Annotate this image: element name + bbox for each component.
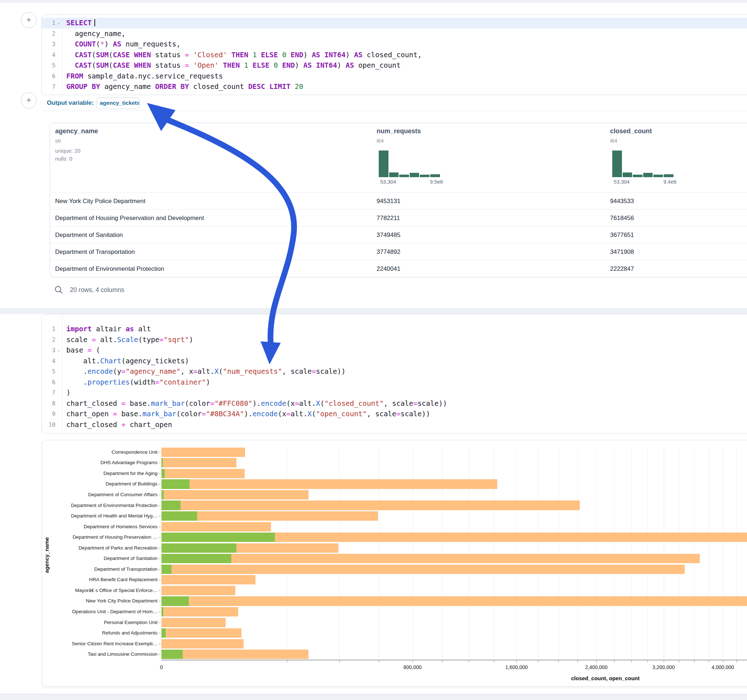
code-line[interactable]: 5 .encode(y="agency_name", x=alt.X("num_… (42, 366, 747, 377)
x-minor-tick (516, 661, 517, 662)
x-minor-tick (379, 661, 379, 662)
code-line[interactable]: 5 CAST(SUM(CASE WHEN status = 'Open' THE… (42, 60, 747, 71)
code-tokens: COUNT(*) AS num_requests, (66, 39, 180, 50)
bar-open-count (162, 490, 163, 499)
fold-chevron-icon[interactable]: ⌄ (57, 345, 60, 356)
code-line[interactable]: 3⌄base = ( (42, 345, 747, 356)
y-tick (159, 527, 161, 527)
table-cell: 7782211 (377, 210, 400, 226)
x-minor-tick (558, 661, 559, 662)
line-number: 6 (42, 377, 56, 388)
add-cell-button-top[interactable]: + (21, 12, 37, 28)
code-line[interactable]: 7) (42, 388, 747, 398)
y-tick (159, 474, 161, 474)
table-cell: Department of Transportation (55, 243, 135, 260)
column-stat: nulls: 0 (55, 155, 73, 162)
fold-chevron-icon[interactable]: ⌄ (57, 18, 60, 29)
code-line[interactable]: 10chart_closed + chart_open (42, 419, 747, 430)
code-line[interactable]: 7GROUP BY agency_name ORDER BY closed_co… (42, 81, 747, 92)
y-axis-label: Department of Sanitation (42, 556, 157, 561)
gridline (469, 447, 469, 660)
y-tick (159, 484, 161, 484)
bar-open-count (162, 650, 183, 659)
y-tick (159, 601, 161, 601)
bar-open-count (162, 564, 171, 574)
code-line[interactable]: 8chart_closed = base.mark_bar(color="#FF… (42, 398, 747, 409)
code-line[interactable]: 2 agency_name, (42, 29, 747, 39)
table-row[interactable]: Department of Transportation377489234719… (50, 243, 747, 260)
bar-open-count (162, 628, 166, 638)
x-minor-tick (469, 661, 469, 662)
search-icon[interactable] (54, 285, 64, 294)
sql-code-cell[interactable]: 1⌄SELECT2 agency_name,3 COUNT(*) AS num_… (41, 14, 747, 95)
line-number: 6 (42, 71, 56, 82)
table-row[interactable]: New York City Police Department945313194… (50, 192, 747, 210)
y-axis-label: Department of Parks and Recreation (42, 545, 157, 551)
y-tick (159, 452, 161, 453)
output-variable-pill[interactable]: agency_tickets (96, 98, 139, 109)
y-axis-label: New York City Police Department (42, 598, 157, 603)
bar-open-count (162, 469, 165, 478)
histogram-max-label: 9.4e6 (664, 179, 676, 185)
bar-open-count (162, 501, 180, 510)
gridline (614, 447, 614, 660)
gridline (494, 447, 494, 660)
line-number: 3 (42, 39, 56, 50)
code-line[interactable]: 4 CAST(SUM(CASE WHEN status = 'Closed' T… (42, 50, 747, 60)
bar-closed-count (162, 554, 700, 563)
bar-closed-count (162, 607, 238, 617)
column-header[interactable]: closed_count (610, 127, 652, 135)
table-row[interactable]: Department of Environmental Protection22… (50, 260, 747, 277)
code-tokens: base = ( (66, 345, 100, 356)
x-minor-tick (413, 661, 413, 662)
column-header[interactable]: agency_name (55, 127, 98, 135)
code-line[interactable]: 6 .properties(width="container") (42, 377, 747, 388)
bar-closed-count (162, 522, 271, 531)
chart-output-card: Correspondence UnitDHS Advantage Program… (42, 440, 747, 687)
x-minor-tick (339, 661, 339, 662)
gridline (413, 447, 413, 660)
gridline (516, 447, 517, 660)
y-axis-label: Department of Consumer Affairs (42, 492, 157, 497)
python-code-cell[interactable]: 1import altair as alt2scale = alt.Scale(… (41, 314, 747, 433)
table-cell: 3749485 (377, 226, 400, 243)
output-row-divider (41, 110, 747, 111)
line-number: 5 (42, 60, 56, 71)
y-axis-label: Mayorâ€ s Office of Special Enforce… (42, 588, 157, 593)
table-cell: 3471908 (610, 243, 634, 260)
table-row[interactable]: Department of Housing Preservation and D… (50, 209, 747, 226)
x-minor-tick (736, 661, 737, 662)
table-cell: Department of Environmental Protection (55, 260, 164, 277)
top-page-margin (0, 0, 747, 3)
code-line[interactable]: 1import altair as alt (42, 324, 747, 335)
code-line[interactable]: 2scale = alt.Scale(type="sqrt") (42, 335, 747, 345)
y-axis-label: Operations Unit - Department of Hom… (42, 609, 157, 614)
code-line[interactable]: 3 COUNT(*) AS num_requests, (42, 39, 747, 50)
text-cursor (94, 19, 95, 26)
bar-closed-count (162, 639, 243, 649)
x-minor-tick (614, 661, 614, 662)
code-line[interactable]: 6FROM sample_data.nyc.service_requests (42, 71, 747, 82)
table-cell: New York City Police Department (55, 193, 145, 210)
bar-closed-count (162, 469, 245, 478)
code-line[interactable]: 9chart_open = base.mark_bar(color="#8BC3… (42, 409, 747, 419)
bar-closed-count (162, 586, 235, 595)
add-cell-button-output[interactable]: + (21, 92, 37, 109)
histogram-min-label: 53,304 (614, 179, 629, 185)
gridline (664, 447, 664, 660)
bar-open-count (162, 596, 189, 606)
table-cell: 3677651 (610, 226, 634, 243)
y-tick (159, 548, 161, 548)
gridline (287, 447, 287, 660)
line-number: 3 (42, 345, 56, 356)
table-row[interactable]: Department of Sanitation37494853677651 (50, 226, 747, 243)
table-cell: Department of Sanitation (55, 226, 123, 243)
code-tokens: chart_closed + chart_open (66, 419, 172, 430)
column-type: i64 (610, 137, 617, 144)
gridline (647, 447, 648, 660)
column-header[interactable]: num_requests (377, 127, 421, 135)
x-minor-tick (442, 661, 443, 662)
code-line[interactable]: 1⌄SELECT (42, 18, 747, 29)
y-axis-label: Taxi and Limousine Commission (42, 652, 157, 657)
code-line[interactable]: 4 alt.Chart(agency_tickets) (42, 356, 747, 367)
